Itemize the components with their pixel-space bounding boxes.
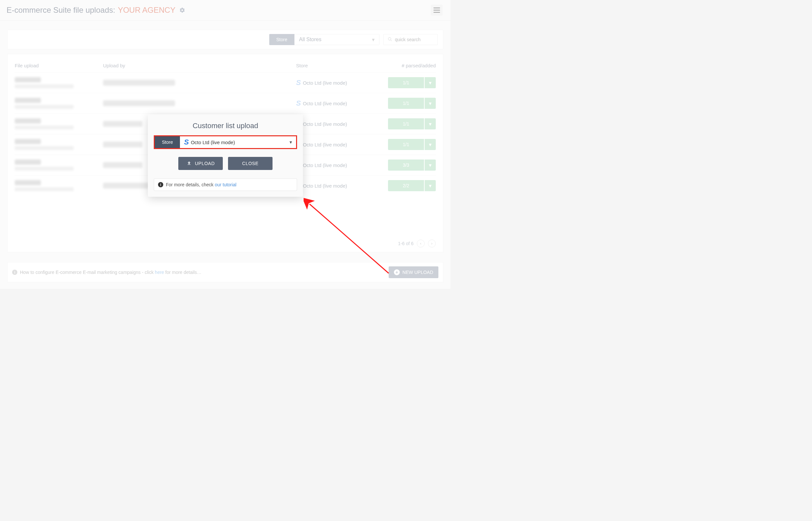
redacted-email: [103, 162, 142, 168]
pager-text: 1-6 of 6: [398, 241, 413, 246]
store-logo-icon: S: [296, 78, 300, 87]
upload-modal: Customer list upload Store S Octo Ltd (l…: [148, 114, 303, 197]
modal-store-value: Octo Ltd (live mode): [191, 140, 235, 145]
file-cell: [15, 77, 103, 88]
store-name: Octo Ltd (live mode): [303, 121, 347, 127]
modal-footer: i For more details, check our tutorial: [154, 179, 297, 191]
store-filter-label: Store: [269, 34, 295, 45]
modal-store-select[interactable]: S Octo Ltd (live mode) ▾: [180, 136, 296, 148]
svg-line-4: [391, 40, 392, 41]
redacted-datetime: [15, 146, 73, 150]
redacted-email: [103, 121, 142, 127]
redacted-email: [103, 100, 175, 106]
modal-footer-text: For more details, check: [166, 182, 215, 187]
store-filter-select[interactable]: All Stores ▾: [295, 34, 380, 45]
store-filter-value: All Stores: [299, 37, 321, 43]
store-cell: SOcto Ltd (live mode): [296, 181, 378, 190]
badge-cell: 1/1▾: [378, 118, 436, 130]
badge-cell: 1/1▾: [378, 77, 436, 88]
store-filter: Store All Stores ▾: [269, 34, 380, 45]
search-icon: [388, 37, 392, 43]
chevron-down-icon: ▾: [290, 139, 292, 145]
redacted-email: [103, 141, 142, 148]
pager-next-button[interactable]: ›: [428, 240, 436, 247]
row-menu-button[interactable]: ▾: [425, 180, 436, 191]
redacted-filename: [15, 180, 41, 185]
upload-label: UPLOAD: [195, 161, 215, 166]
store-name: Octo Ltd (live mode): [303, 101, 347, 106]
redacted-datetime: [15, 167, 73, 171]
store-cell: SOcto Ltd (live mode): [296, 140, 378, 149]
file-cell: [15, 159, 103, 171]
pager: 1-6 of 6 ‹ ›: [15, 235, 436, 249]
info-icon: i: [12, 270, 17, 275]
toolbar: Store All Stores ▾: [7, 30, 443, 49]
redacted-filename: [15, 139, 41, 144]
row-menu-button[interactable]: ▾: [425, 77, 436, 88]
modal-store-label: Store: [155, 136, 180, 148]
close-button[interactable]: CLOSE: [228, 157, 273, 170]
redacted-filename: [15, 118, 41, 123]
svg-rect-2: [433, 12, 440, 13]
redacted-datetime: [15, 126, 73, 130]
header-bar: E-commerce Suite file uploads: YOUR AGEN…: [0, 0, 450, 21]
badge-cell: 1/1▾: [378, 98, 436, 109]
redacted-filename: [15, 77, 41, 82]
gear-icon[interactable]: [179, 7, 185, 13]
col-badge: # parsed/added: [378, 63, 436, 68]
file-cell: [15, 118, 103, 130]
row-menu-button[interactable]: ▾: [425, 118, 436, 130]
redacted-datetime: [15, 84, 73, 88]
col-by: Upload by: [103, 63, 296, 68]
store-logo-icon: S: [184, 138, 188, 146]
store-name: Octo Ltd (live mode): [303, 162, 347, 168]
hamburger-menu-button[interactable]: [431, 5, 443, 16]
table-header: File upload Upload by Store # parsed/add…: [15, 60, 436, 72]
col-store: Store: [296, 63, 378, 68]
search-box[interactable]: [383, 34, 438, 45]
parsed-badge: 1/1: [388, 118, 424, 130]
footer-text-after: for more details…: [164, 270, 201, 275]
parsed-badge: 1/1: [388, 98, 424, 109]
info-icon: i: [158, 182, 163, 187]
file-cell: [15, 98, 103, 109]
footer-text-before: How to configure E-commerce E-mail marke…: [20, 270, 155, 275]
table-row[interactable]: SOcto Ltd (live mode)1/1▾: [15, 72, 436, 93]
table-row[interactable]: SOcto Ltd (live mode)1/1▾: [15, 93, 436, 113]
store-cell: SOcto Ltd (live mode): [296, 120, 378, 128]
store-cell: SOcto Ltd (live mode): [296, 78, 378, 87]
footer-link[interactable]: here: [155, 270, 164, 275]
modal-store-select-highlight: Store S Octo Ltd (live mode) ▾: [154, 135, 297, 149]
parsed-badge: 3/3: [388, 159, 424, 171]
parsed-badge: 2/2: [388, 180, 424, 191]
row-menu-button[interactable]: ▾: [425, 159, 436, 171]
chevron-down-icon: ▾: [372, 37, 375, 43]
modal-buttons: UPLOAD CLOSE: [154, 157, 297, 170]
store-name: Octo Ltd (live mode): [303, 80, 347, 86]
row-menu-button[interactable]: ▾: [425, 139, 436, 150]
search-input[interactable]: [395, 37, 431, 42]
redacted-filename: [15, 98, 41, 103]
file-cell: [15, 180, 103, 191]
row-menu-button[interactable]: ▾: [425, 98, 436, 109]
upload-button[interactable]: UPLOAD: [178, 157, 223, 170]
new-upload-label: NEW UPLOAD: [402, 270, 433, 275]
svg-point-3: [388, 37, 391, 40]
uploader-cell: [103, 80, 296, 86]
modal-footer-link[interactable]: our tutorial: [215, 182, 236, 187]
redacted-datetime: [15, 105, 73, 109]
store-cell: SOcto Ltd (live mode): [296, 161, 378, 169]
svg-rect-1: [433, 10, 440, 10]
pager-prev-button[interactable]: ‹: [417, 240, 425, 247]
redacted-email: [103, 183, 149, 188]
footer-bar: i How to configure E-commerce E-mail mar…: [7, 262, 443, 282]
new-upload-button[interactable]: + NEW UPLOAD: [389, 266, 439, 278]
close-label: CLOSE: [242, 161, 258, 166]
parsed-badge: 1/1: [388, 139, 424, 150]
file-cell: [15, 139, 103, 150]
page-title: E-commerce Suite file uploads: YOUR AGEN…: [6, 5, 185, 15]
store-cell: SOcto Ltd (live mode): [296, 99, 378, 108]
plus-icon: +: [394, 269, 400, 275]
agency-name: YOUR AGENCY: [118, 5, 175, 15]
footer-hint: i How to configure E-commerce E-mail mar…: [12, 270, 201, 275]
